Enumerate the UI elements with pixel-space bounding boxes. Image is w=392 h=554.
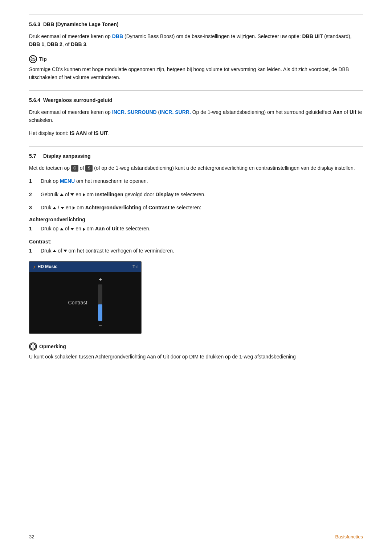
opmerking-circle-icon xyxy=(30,344,36,349)
tip-icon xyxy=(29,55,37,63)
step-3-text1: Druk xyxy=(41,205,53,210)
section-563-body5: , of xyxy=(62,41,71,47)
opmerking-text: U kunt ook schakelen tussen Achtergrondv… xyxy=(29,353,363,361)
opmerking-icon xyxy=(29,342,37,350)
opmerking-box: Opmerking U kunt ook schakelen tussen Ac… xyxy=(29,342,363,361)
achtergrond-en: en xyxy=(74,226,82,231)
tip-gear-icon xyxy=(30,56,36,62)
step-3-of: of xyxy=(142,205,148,210)
section-564-uit: Uit xyxy=(350,109,356,115)
section-564-text1: Druk eenmaal of meerdere keren op xyxy=(29,109,112,115)
display-top-bar-left: ♪ HD Music xyxy=(33,264,57,270)
section-563-dbb-link: DBB xyxy=(112,33,123,39)
section-57-intro2: of xyxy=(78,165,85,171)
section-564-body1: Druk eenmaal of meerdere keren op INCR. … xyxy=(29,108,363,124)
display-top-bar: ♪ HD Music Tal xyxy=(29,262,141,272)
tip-label: Tip xyxy=(39,56,47,62)
slider-container: + − xyxy=(98,276,102,329)
step-3-bold1: Achtergrondverlichting xyxy=(85,205,142,210)
achtergrond-step-1-number: 1 xyxy=(29,225,35,233)
triangle-down-icon-a xyxy=(70,228,74,230)
section-564-number: 5.6.4 xyxy=(29,97,40,103)
achtergrond-steps: 1 Druk op of en om Aan of Uit te selecte… xyxy=(29,225,363,233)
step-2-text3: gevolgd door xyxy=(123,192,156,197)
triangle-up-icon-3 xyxy=(53,207,56,209)
section-57-intro: Met de toetsen op C of S (of op de 1-weg… xyxy=(29,164,363,172)
page-number: 32 xyxy=(29,534,34,539)
step-1-text1: Druk op xyxy=(41,178,60,184)
achtergrond-section: Achtergrondverlichting 1 Druk op of en o… xyxy=(29,217,363,233)
section-564-text3: Op de 1-weg afstandsbediening) om het su… xyxy=(191,109,333,115)
section-564-text4: of xyxy=(342,109,349,115)
step-2-text2: om xyxy=(85,192,95,197)
step-3-number: 3 xyxy=(29,204,35,212)
section-563-option4: DBB 3 xyxy=(71,41,86,47)
section-divider-57 xyxy=(29,146,363,147)
page-category: Basisfuncties xyxy=(335,534,363,539)
achtergrond-of2: of xyxy=(105,226,111,231)
step-1: 1 Druk op MENU om het menuscherm te open… xyxy=(29,177,363,185)
section-563-body4: , xyxy=(44,41,47,47)
contrast-step-1: 1 Druk of om het contrast te verhogen of… xyxy=(29,247,363,255)
step-2-text: Gebruik of en om Instellingen gevolgd do… xyxy=(41,190,205,198)
step-2-text4: te selecteren. xyxy=(173,192,205,197)
section-57: 5.7 Display aanpassing Met de toetsen op… xyxy=(29,153,363,361)
section-563-number: 5.6.3 xyxy=(29,21,40,27)
page-footer: 32 Basisfuncties xyxy=(29,534,363,539)
section-563-option1: DBB UIT xyxy=(302,33,323,39)
achtergrond-step-1-text: Druk op of en om Aan of Uit te selectere… xyxy=(41,225,151,233)
achtergrond-text3: te selecteren. xyxy=(119,226,151,231)
section-564: 5.6.4 Weergaloos surround-geluid Druk ee… xyxy=(29,97,363,138)
achtergrond-step-1: 1 Druk op of en om Aan of Uit te selecte… xyxy=(29,225,363,233)
section-563-heading: 5.6.3 DBB (Dynamische Lage Tonen) xyxy=(29,21,363,27)
section-564-incr-surr: INCR. SURR. xyxy=(160,109,191,115)
section-564-aan: Aan xyxy=(333,109,342,115)
page: 5.6.3 DBB (Dynamische Lage Tonen) Druk e… xyxy=(0,0,392,554)
slider-fill xyxy=(98,304,102,321)
triangle-up-icon-2 xyxy=(60,193,64,196)
section-563-body2: (Dynamic Bass Boost) om de bass-instelli… xyxy=(123,33,302,39)
step-1-text2: om het menuscherm te openen. xyxy=(75,178,148,184)
section-564-title: Weergaloos surround-geluid xyxy=(43,97,112,103)
contrast-of: of xyxy=(56,248,63,254)
section-564-is-uit: IS UIT xyxy=(94,130,108,136)
slider-track xyxy=(98,284,102,321)
contrast-text2: om het contrast te verhogen of te vermin… xyxy=(67,248,174,254)
display-top-right: Tal xyxy=(132,264,138,269)
step-3-text2: om xyxy=(75,205,85,210)
section-564-display-line: Het display toont: IS AAN of IS UIT. xyxy=(29,129,363,137)
section-564-of: of xyxy=(88,130,93,136)
achtergrond-of1: of xyxy=(64,226,70,231)
triangle-down-icon-2 xyxy=(70,193,74,196)
contrast-step-1-number: 1 xyxy=(29,247,35,255)
slider-minus: − xyxy=(99,322,102,329)
section-564-display-intro: Het display toont: xyxy=(29,130,70,136)
tip-header: Tip xyxy=(29,55,363,63)
tip-text: Sommige CD's kunnen met hoge modulatie o… xyxy=(29,65,363,82)
display-content: Contrast + − xyxy=(29,272,141,333)
step-3-text3: te selecteren: xyxy=(170,205,201,210)
step-1-number: 1 xyxy=(29,177,35,185)
step-2-bold1: Instellingen xyxy=(95,192,123,197)
step-2-of: of xyxy=(64,192,70,197)
section-563-title: DBB (Dynamische Lage Tonen) xyxy=(43,21,118,27)
achtergrond-text1: Druk op xyxy=(41,226,60,231)
section-564-text2: ( xyxy=(157,109,160,115)
section-563-body1: Druk eenmaal of meerdere keren op xyxy=(29,33,112,39)
step-3-slash: / xyxy=(56,205,61,210)
display-top-label: HD Music xyxy=(38,264,58,269)
slider-plus: + xyxy=(99,276,102,283)
opmerking-label: Opmerking xyxy=(39,344,66,349)
triangle-down-icon-c xyxy=(64,250,67,252)
section-57-title: Display aanpassing xyxy=(43,153,91,159)
section-divider-563 xyxy=(29,15,363,15)
achtergrond-text2: om xyxy=(85,226,95,231)
step-1-menu: MENU xyxy=(60,178,75,184)
contrast-steps: 1 Druk of om het contrast te verhogen of… xyxy=(29,247,363,255)
step-2: 2 Gebruik of en om Instellingen gevolgd … xyxy=(29,190,363,198)
step-2-bold2: Display xyxy=(156,192,174,197)
triangle-down-icon-3 xyxy=(61,207,64,209)
contrast-text1: Druk xyxy=(41,248,53,254)
section-564-heading: 5.6.4 Weergaloos surround-geluid xyxy=(29,97,363,103)
section-57-intro1: Met de toetsen op xyxy=(29,165,71,171)
